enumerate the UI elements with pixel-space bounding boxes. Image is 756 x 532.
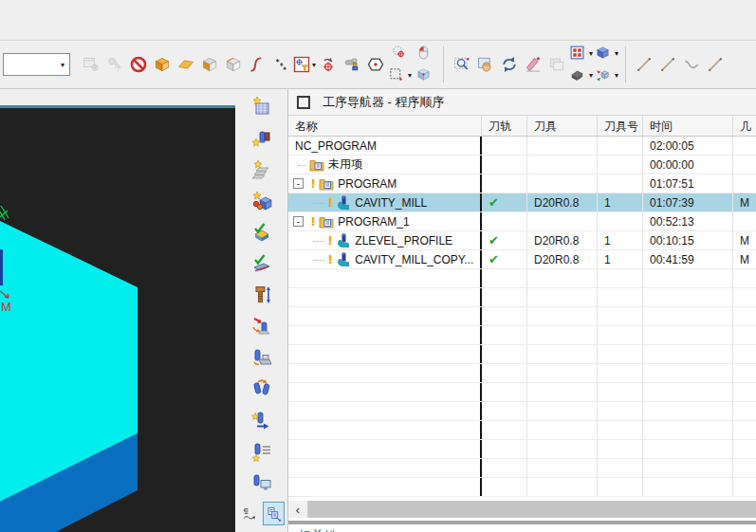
- mcs-axis-label: M: [1, 300, 11, 314]
- combo-dropdown-icon[interactable]: ▾: [56, 61, 69, 69]
- empty-cell: [733, 402, 756, 420]
- sketch-line-button[interactable]: [703, 52, 727, 77]
- tree-row-nc-program[interactable]: NC_PROGRAM02:00:05: [288, 137, 756, 156]
- simulate-machine-button[interactable]: [248, 343, 276, 372]
- generate-toolpath-button[interactable]: [248, 218, 276, 247]
- warning-icon: !: [328, 233, 332, 248]
- trimetric-view-button[interactable]: ▾: [595, 65, 618, 86]
- layout-dropdown-icon[interactable]: ▾: [589, 49, 593, 58]
- pan-button[interactable]: [473, 52, 497, 77]
- post-process-icon: [250, 409, 273, 431]
- point-on-curve-snap-button[interactable]: [363, 52, 387, 77]
- post-process-button[interactable]: [248, 406, 276, 434]
- transform-toolpath-button[interactable]: [248, 375, 276, 403]
- curve-filter-button[interactable]: [245, 52, 268, 77]
- tool-number-cell: 1: [598, 193, 643, 211]
- rectangle-select-button[interactable]: ▾: [388, 65, 412, 86]
- show-transparent-icon: [415, 66, 434, 85]
- column-header-geometry[interactable]: 几: [733, 116, 756, 136]
- face-filter-button[interactable]: [197, 52, 221, 77]
- empty-cell: [527, 402, 598, 420]
- viewport-canvas[interactable]: M: [0, 105, 235, 532]
- point-filter-button[interactable]: [268, 52, 292, 77]
- program-group-icon: [319, 214, 334, 229]
- adjust-tool-length-button[interactable]: [248, 281, 276, 309]
- column-header-time[interactable]: 时间: [643, 116, 733, 136]
- column-header-tool_no[interactable]: 刀具号: [598, 116, 643, 136]
- snap-point-button[interactable]: [316, 52, 340, 77]
- create-method-button[interactable]: [248, 187, 276, 215]
- rectangle-select-dropdown-icon[interactable]: ▾: [408, 71, 412, 80]
- table-empty-row: [288, 269, 756, 288]
- list-toolpath-button[interactable]: [248, 437, 276, 466]
- body-filter-button[interactable]: [221, 52, 245, 77]
- selection-ball-button[interactable]: [388, 44, 412, 64]
- verify-toolpath-button[interactable]: [248, 249, 276, 278]
- main-toolbar: ▾ ▾▾▾▾▾▾: [0, 41, 756, 89]
- mouse-gesture-button[interactable]: [414, 44, 436, 64]
- move-object-button[interactable]: [102, 52, 126, 77]
- scrollbar-thumb[interactable]: [308, 501, 756, 518]
- create-geometry-button[interactable]: [248, 156, 276, 184]
- create-tool-button[interactable]: [248, 124, 276, 153]
- rendering-style-icon: [569, 66, 588, 85]
- tree-line: [313, 240, 324, 242]
- solid-body-filter-button[interactable]: [150, 52, 174, 77]
- panel-pin-icon[interactable]: [297, 96, 310, 109]
- operation-icon: [336, 233, 351, 248]
- program-group-icon: [309, 157, 324, 172]
- line-button[interactable]: [632, 52, 655, 77]
- tree-row-program-1[interactable]: -!PROGRAM_100:52:13: [288, 212, 756, 231]
- no-selection-filter-button[interactable]: [126, 52, 150, 77]
- end-point-snap-button[interactable]: [340, 52, 363, 77]
- rotate-view-button[interactable]: [497, 52, 521, 77]
- time-cell: 00:00:00: [643, 156, 733, 174]
- inferred-line-button[interactable]: [655, 52, 679, 77]
- expander-icon[interactable]: -: [293, 216, 304, 227]
- column-header-toolpath[interactable]: 刀轨: [482, 116, 527, 136]
- tree-row-未用项[interactable]: 未用项00:00:00: [288, 156, 756, 174]
- isometric-view-button[interactable]: ▾: [595, 44, 618, 64]
- shop-documentation-button[interactable]: [248, 468, 276, 497]
- dependencies-section-button[interactable]: 相关性: [298, 528, 756, 532]
- shop-documentation-icon: [250, 471, 273, 494]
- empty-cell: [733, 459, 756, 477]
- table-empty-row: [288, 478, 756, 497]
- rendering-style-dropdown-icon[interactable]: ▾: [589, 71, 593, 80]
- name-cell: [288, 478, 482, 496]
- sheet-body-filter-button[interactable]: [174, 52, 197, 77]
- exchange-view-button[interactable]: [238, 502, 260, 525]
- empty-cell: [482, 478, 527, 496]
- name-cell: [288, 326, 482, 344]
- replay-toolpath-button[interactable]: [248, 312, 276, 340]
- trimetric-view-dropdown-icon[interactable]: ▾: [615, 71, 618, 80]
- layout-button[interactable]: ▾: [569, 44, 593, 64]
- expander-icon[interactable]: -: [293, 178, 304, 189]
- studio-spline-button[interactable]: [679, 52, 703, 77]
- create-program-button[interactable]: [248, 93, 276, 121]
- tree-row-cavity-mill-copy[interactable]: !CAVITY_MILL_COPY...✔D20R0.8100:41:59M: [288, 250, 756, 269]
- scroll-left-button[interactable]: ‹: [288, 501, 308, 518]
- panel-splitter[interactable]: [288, 521, 756, 524]
- column-header-name[interactable]: 名称: [288, 116, 482, 136]
- empty-cell: [482, 288, 527, 306]
- tree-row-zlevel-profile[interactable]: !ZLEVEL_PROFILE✔D20R0.8100:10:15M: [288, 231, 756, 250]
- isometric-view-dropdown-icon[interactable]: ▾: [615, 49, 618, 58]
- rendering-style-button[interactable]: ▾: [569, 65, 593, 86]
- warning-icon: !: [328, 252, 332, 266]
- name-cell: -!PROGRAM: [288, 174, 482, 193]
- geometry-cell: [733, 156, 756, 174]
- tree-row-cavity-mill[interactable]: !CAVITY_MILL✔D20R0.8101:07:39M: [288, 193, 756, 212]
- program-order-view-button[interactable]: [263, 502, 285, 525]
- show-hide-button[interactable]: [79, 52, 102, 77]
- graphics-viewport[interactable]: M: [0, 89, 235, 532]
- perspective-button[interactable]: [544, 52, 568, 77]
- selection-scope-combo[interactable]: ▾: [3, 53, 70, 76]
- show-transparent-button[interactable]: [414, 65, 436, 86]
- zoom-button[interactable]: [450, 52, 473, 77]
- swipe-select-button[interactable]: [521, 52, 544, 77]
- column-header-tool[interactable]: 刀具: [527, 116, 598, 136]
- tool-cell: [527, 156, 598, 174]
- tree-row-program[interactable]: -!PROGRAM01:07:51: [288, 174, 756, 193]
- type-filter-button[interactable]: ▾: [292, 52, 316, 77]
